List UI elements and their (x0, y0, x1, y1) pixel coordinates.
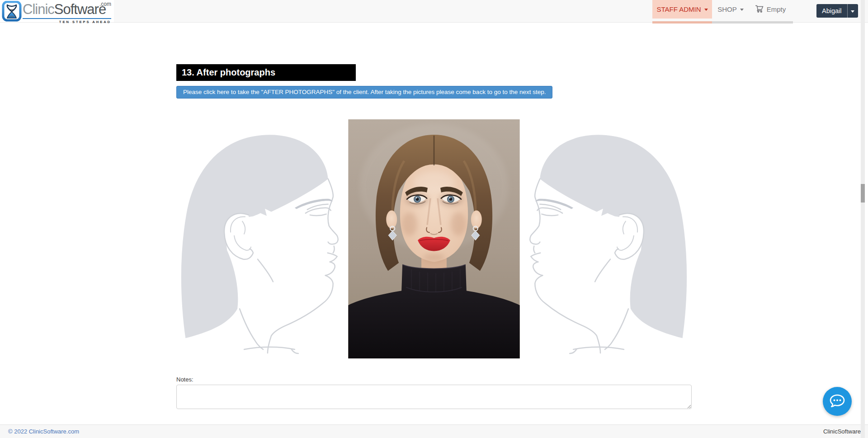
shop-label: SHOP (717, 5, 737, 13)
photographs-area (176, 119, 692, 358)
hourglass-logo-icon (2, 1, 22, 24)
user-button[interactable]: Abigail (816, 4, 847, 18)
footer-brand-label: ClinicSoftware (823, 428, 861, 435)
clinicsoftware-logo[interactable]: ClinicSoftware .com TEN STEPS AHEAD (0, 0, 114, 22)
nav-scrollbar-track (712, 21, 793, 24)
nav-item-shop[interactable]: SHOP (716, 0, 745, 19)
user-name-label: Abigail (822, 7, 842, 14)
logo-underline (23, 18, 111, 19)
section-title: 13. After photographs (176, 64, 356, 81)
user-split-button: Abigail (816, 4, 858, 18)
logo-wordmark: ClinicSoftware .com TEN STEPS AHEAD (23, 3, 112, 22)
caret-down-icon (704, 9, 708, 11)
user-menu-toggle[interactable] (847, 4, 858, 18)
caret-down-icon (740, 9, 744, 11)
notes-textarea[interactable] (176, 385, 692, 409)
caret-down-icon (851, 10, 854, 13)
cart-icon (755, 5, 764, 14)
left-profile-placeholder-image (176, 119, 348, 358)
notes-label: Notes: (176, 376, 193, 383)
logo-tld: .com (99, 1, 111, 7)
logo-tagline: TEN STEPS AHEAD (59, 20, 111, 24)
take-after-photographs-button[interactable]: Please click here to take the "AFTER PHO… (176, 86, 552, 99)
nav-item-staff-admin[interactable]: STAFF ADMIN (652, 0, 712, 19)
copyright-link[interactable]: © 2022 ClinicSoftware.com (8, 428, 79, 435)
chat-bubble-icon (829, 392, 846, 410)
top-navbar: ClinicSoftware .com TEN STEPS AHEAD STAF… (0, 0, 868, 23)
nav-item-cart[interactable]: Empty (750, 0, 791, 19)
page-scrollbar[interactable] (861, 0, 865, 438)
logo-text-software: Software (54, 1, 106, 17)
chat-widget-button[interactable] (823, 387, 852, 416)
scrollbar-thumb[interactable] (861, 184, 865, 203)
logo-text-clinic: Clinic (23, 1, 54, 17)
active-tab-underline (652, 21, 712, 24)
staff-admin-label: STAFF ADMIN (656, 5, 701, 13)
cart-status-label: Empty (767, 5, 786, 13)
client-after-photo (348, 119, 520, 358)
page-footer: © 2022 ClinicSoftware.com ClinicSoftware (0, 424, 868, 438)
right-profile-placeholder-image (520, 119, 692, 358)
